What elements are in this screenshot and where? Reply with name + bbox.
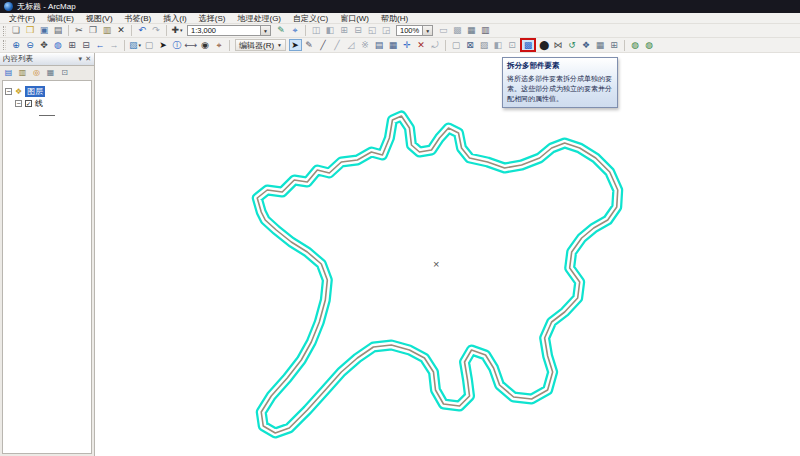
merge-icon[interactable]: ↺	[566, 39, 579, 51]
buffer-icon[interactable]: ⬤	[538, 39, 551, 51]
tree-item-line-layer[interactable]: − ✓ 线	[5, 97, 89, 109]
redo-icon[interactable]: ↷	[150, 25, 163, 37]
select-elements-icon[interactable]: ➤	[157, 39, 170, 51]
pin-icon[interactable]: ▾	[79, 55, 83, 63]
edit-annotation-icon[interactable]: ✎	[303, 39, 316, 51]
full-extent-icon[interactable]: ◍	[52, 39, 65, 51]
reshape-feature-icon[interactable]: ▦	[387, 39, 400, 51]
layer-visibility-checkbox[interactable]: ✓	[25, 100, 32, 107]
trace-icon[interactable]: ◿	[345, 39, 358, 51]
edit-vertices-icon[interactable]: ▤	[373, 39, 386, 51]
collapse-icon[interactable]: −	[5, 88, 12, 95]
pan-icon[interactable]: ✥	[38, 39, 51, 51]
undo-icon[interactable]: ↶	[136, 25, 149, 37]
editor-dropdown-label: 编辑器(R)	[239, 40, 274, 51]
clear-selection-icon[interactable]: ▢	[143, 39, 156, 51]
goto-xy-icon[interactable]: ⌖	[213, 39, 226, 51]
create-features-icon[interactable]: ▢	[450, 39, 463, 51]
fixed-zoom-in-icon[interactable]: ⊞	[66, 39, 79, 51]
straight-segment-icon[interactable]: ╱	[317, 39, 330, 51]
menu-customize[interactable]: 自定义(C)	[287, 13, 334, 24]
chevron-down-icon[interactable]: ▼	[422, 26, 432, 35]
identify-icon[interactable]: ⓘ	[171, 39, 184, 51]
save-icon[interactable]: ▣	[38, 25, 51, 37]
cut-polygons-icon[interactable]: ✛	[401, 39, 414, 51]
measure-icon[interactable]: ⟷	[185, 39, 198, 51]
fixed-zoom-out-page-icon[interactable]: ⊟	[352, 25, 365, 37]
collapse-icon[interactable]: −	[15, 100, 22, 107]
editor-dropdown-button[interactable]: 编辑器(R) ▼	[235, 39, 286, 51]
scale-combobox[interactable]: 1:3,000 ▼	[187, 25, 271, 36]
union-icon[interactable]: ⋈	[552, 39, 565, 51]
editor-toolbar-toggle-icon[interactable]: ✎	[275, 25, 288, 37]
add-data-icon[interactable]: ✚▾	[171, 25, 184, 37]
menu-insert[interactable]: 插入(I)	[157, 13, 193, 24]
scale-value[interactable]: 1:3,000	[188, 26, 260, 35]
find-icon[interactable]: ◉	[199, 39, 212, 51]
menu-edit[interactable]: 编辑(E)	[41, 13, 80, 24]
menu-help[interactable]: 帮助(H)	[375, 13, 414, 24]
select-features-icon[interactable]: ▧▾	[129, 39, 142, 51]
dataframe-properties-icon[interactable]: ▦	[465, 25, 478, 37]
tree-item-line-layer-label[interactable]: 线	[35, 98, 43, 109]
back-extent-icon[interactable]: ←	[94, 39, 107, 51]
attributes-icon[interactable]: ⊠	[464, 39, 477, 51]
fixed-zoom-out-icon[interactable]: ⊟	[80, 39, 93, 51]
close-icon[interactable]: ✕	[85, 55, 91, 63]
map-topology-icon[interactable]: ◍	[643, 39, 656, 51]
clip-icon[interactable]: ❖	[580, 39, 593, 51]
menu-file[interactable]: 文件(F)	[3, 13, 41, 24]
zoom-page-back-icon[interactable]: ◱	[366, 25, 379, 37]
toolbar-grip[interactable]	[3, 40, 6, 50]
fixed-zoom-in-page-icon[interactable]: ⊞	[338, 25, 351, 37]
endpoint-arc-icon[interactable]: ╱	[331, 39, 344, 51]
point-tool-icon[interactable]: ※	[359, 39, 372, 51]
toolbar-grip[interactable]	[3, 26, 6, 36]
snap-toggle-icon[interactable]: ⊡	[506, 39, 519, 51]
toggle-draft-mode-icon[interactable]: ▭	[437, 25, 450, 37]
menu-window[interactable]: 窗口(W)	[334, 13, 375, 24]
menu-geoprocessing[interactable]: 地理处理(G)	[231, 13, 287, 24]
list-by-drawing-order-icon[interactable]: ▤	[3, 68, 15, 79]
menu-bookmarks[interactable]: 书签(B)	[119, 13, 158, 24]
menu-view[interactable]: 视图(V)	[80, 13, 119, 24]
new-document-icon[interactable]: ❏	[10, 25, 23, 37]
open-icon[interactable]: ❒	[24, 25, 37, 37]
zoom-combobox[interactable]: 100% ▼	[396, 25, 433, 36]
zoom-whole-page-icon[interactable]: ◫	[310, 25, 323, 37]
explode-icon[interactable]: ⊞	[608, 39, 621, 51]
edit-tool-icon[interactable]: ➤	[289, 39, 302, 51]
forward-extent-icon[interactable]: →	[108, 39, 121, 51]
zoom-value[interactable]: 100%	[397, 26, 422, 35]
topology-icon[interactable]: ◍	[629, 39, 642, 51]
tree-item-layers-label[interactable]: 图层	[25, 86, 45, 97]
list-by-selection-icon[interactable]: ▦	[45, 68, 57, 79]
paste-icon[interactable]: ▥	[101, 25, 114, 37]
list-by-visibility-icon[interactable]: ◎	[31, 68, 43, 79]
copy-icon[interactable]: ❐	[87, 25, 100, 37]
map-canvas[interactable]: ×	[95, 53, 800, 456]
rotate-tool-icon[interactable]: ⤾	[429, 39, 442, 51]
focus-dataframe-icon[interactable]: ▩	[451, 25, 464, 37]
snapping-icon[interactable]: ⌖	[289, 25, 302, 37]
cut-icon[interactable]: ✂	[73, 25, 86, 37]
split-multipart-button[interactable]: ▩	[520, 38, 536, 52]
delete-icon[interactable]: ✕	[115, 25, 128, 37]
toc-options-icon[interactable]: ⊡	[59, 68, 71, 79]
zoom-out-icon[interactable]: ⊖	[24, 39, 37, 51]
chevron-down-icon[interactable]: ▼	[260, 26, 270, 35]
line-symbol[interactable]	[39, 115, 55, 116]
list-by-source-icon[interactable]: ▥	[17, 68, 29, 79]
tree-item-layers[interactable]: − ❖ 图层	[5, 85, 89, 97]
sketch-properties-icon[interactable]: ▨	[478, 39, 491, 51]
zoom-page-forward-icon[interactable]: ◲	[380, 25, 393, 37]
menu-selection[interactable]: 选择(S)	[193, 13, 232, 24]
tree-item-line-symbol[interactable]	[5, 109, 89, 121]
split-tool-icon[interactable]: ✕	[415, 39, 428, 51]
zoom-100-icon[interactable]: ◧	[324, 25, 337, 37]
intersect-icon[interactable]: ▦	[594, 39, 607, 51]
zoom-in-icon[interactable]: ⊕	[10, 39, 23, 51]
pause-drawing-icon[interactable]: ▥	[479, 25, 492, 37]
feature-construction-icon[interactable]: ◧	[492, 39, 505, 51]
print-icon[interactable]: ▤	[52, 25, 65, 37]
